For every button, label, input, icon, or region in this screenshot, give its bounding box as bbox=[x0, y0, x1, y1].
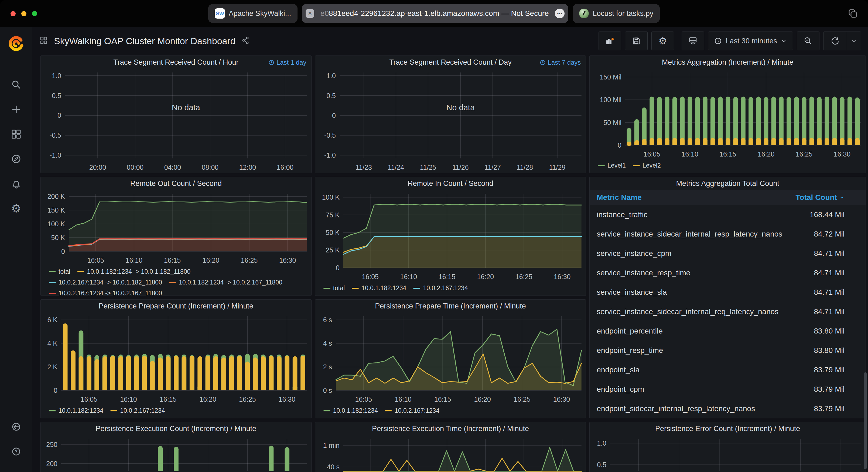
refresh-button[interactable] bbox=[823, 32, 847, 50]
save-dashboard-button[interactable] bbox=[625, 32, 648, 50]
legend-item[interactable]: 10.0.1.182:1234 bbox=[323, 407, 378, 414]
metric-name-cell: service_instance_sla bbox=[590, 288, 814, 297]
panel-title[interactable]: Remote Out Count / Second bbox=[130, 179, 222, 188]
sidebar-item-explore[interactable] bbox=[10, 153, 22, 165]
legend-item[interactable]: total bbox=[323, 284, 345, 292]
sidebar-item-signout[interactable] bbox=[10, 421, 22, 433]
chart-execution-count[interactable]: 250200 bbox=[41, 435, 311, 472]
chart-prepare-time[interactable]: 16:0516:1016:1516:2016:2516:300 s2 s4 s6… bbox=[315, 312, 586, 405]
total-count-sort-header[interactable]: Total Count bbox=[796, 193, 866, 202]
chart-error-count[interactable]: 1.00.5 bbox=[590, 435, 866, 472]
legend-label: 10.0.2.167:1234 bbox=[120, 407, 165, 414]
chart-execution-time[interactable]: 1 min40 s bbox=[315, 435, 586, 472]
legend-item[interactable]: 10.0.2.167:1234 -> 10.0.1.182_11800 bbox=[49, 279, 162, 286]
window-controls[interactable] bbox=[10, 11, 37, 16]
panel-title[interactable]: Metrics Aggregation Total Count bbox=[676, 179, 779, 188]
sidebar-item-configuration[interactable]: ⚙ bbox=[10, 203, 22, 214]
panel-title[interactable]: Metrics Aggregation (Increment) / Minute bbox=[662, 58, 794, 67]
svg-text:11/27: 11/27 bbox=[485, 164, 501, 171]
tab-overview-icon[interactable] bbox=[847, 8, 858, 21]
cycle-view-button[interactable] bbox=[682, 32, 704, 50]
sidebar-item-help[interactable]: ? bbox=[10, 446, 22, 458]
metric-name-cell: service_instance_resp_time bbox=[590, 269, 814, 277]
legend-item[interactable]: 10.0.2.167:1234 bbox=[385, 407, 439, 414]
legend-label: 10.0.2.167:1234 bbox=[395, 407, 439, 414]
panel-title[interactable]: Trace Segment Received Count / Day bbox=[389, 58, 512, 67]
panel-header: Persistence Prepare Time (Increment) / M… bbox=[315, 300, 586, 312]
zoom-out-button[interactable] bbox=[797, 32, 819, 50]
sidebar-item-alerting[interactable] bbox=[10, 178, 22, 190]
panel-header: Trace Segment Received Count / Hour Last… bbox=[41, 56, 311, 69]
svg-text:25 K: 25 K bbox=[326, 246, 340, 254]
share-icon[interactable] bbox=[241, 36, 249, 45]
chart-remote-in[interactable]: 16:0516:1016:1516:2016:2516:30025 K50 K7… bbox=[315, 190, 586, 282]
svg-text:16:05: 16:05 bbox=[355, 396, 372, 403]
chart-metrics-aggregation[interactable]: 16:0516:1016:1516:2016:2516:30050 Mil100… bbox=[590, 69, 866, 160]
legend-item[interactable]: 10.0.1.182:1234 bbox=[352, 284, 406, 292]
legend-item[interactable]: 10.0.2.167:1234 bbox=[110, 407, 165, 414]
clock-icon bbox=[714, 37, 722, 45]
legend-label: 10.0.2.167:1234 -> 10.0.2.167_11800 bbox=[59, 290, 162, 296]
panel-title[interactable]: Trace Segment Received Count / Hour bbox=[113, 58, 239, 67]
legend-item[interactable]: Level2 bbox=[633, 162, 661, 169]
chart-remote-out[interactable]: 16:0516:1016:1516:2016:2516:30050 K100 K… bbox=[41, 190, 311, 266]
table-row: endpoint_resp_time83.80 Mil bbox=[590, 341, 866, 360]
time-range-picker[interactable]: Last 30 minutes bbox=[708, 32, 793, 50]
panel-title[interactable]: Persistence Prepare Time (Increment) / M… bbox=[375, 302, 526, 310]
metric-name-column-header[interactable]: Metric Name bbox=[590, 193, 796, 202]
legend-item[interactable]: total bbox=[49, 268, 70, 275]
tab-more-icon[interactable]: ••• bbox=[555, 9, 564, 18]
table-row: endpoint_percentile83.80 Mil bbox=[590, 322, 866, 341]
svg-text:No data: No data bbox=[446, 103, 474, 112]
panel-title[interactable]: Remote In Count / Second bbox=[408, 179, 493, 188]
chart-legend: total10.0.1.182:1234 -> 10.0.1.182_11800… bbox=[41, 266, 311, 296]
tab-label: Apache SkyWalki... bbox=[229, 9, 291, 18]
minimize-window-button[interactable] bbox=[21, 11, 26, 16]
legend-item[interactable]: 10.0.1.182:1234 bbox=[49, 407, 103, 414]
legend-item[interactable]: 10.0.1.182:1234 -> 10.0.2.167_11800 bbox=[169, 279, 282, 286]
refresh-interval-dropdown[interactable] bbox=[847, 32, 861, 50]
page-scrollbar-thumb[interactable] bbox=[864, 372, 867, 469]
legend-item[interactable]: 10.0.2.167:1234 -> 10.0.2.167_11800 bbox=[49, 290, 162, 296]
panel-time-override-link[interactable]: Last 1 day bbox=[268, 59, 306, 66]
dashboard-settings-button[interactable]: ⚙ bbox=[651, 32, 674, 50]
sidebar-item-search[interactable] bbox=[10, 79, 22, 91]
legend-swatch bbox=[49, 410, 56, 411]
browser-tab-locust[interactable]: Locust for tasks.py bbox=[572, 4, 660, 23]
svg-text:50 Mil: 50 Mil bbox=[604, 119, 622, 126]
grafana-logo[interactable] bbox=[7, 34, 25, 53]
panel-title[interactable]: Persistence Prepare Count (Increment) / … bbox=[99, 302, 253, 310]
panel-title[interactable]: Persistence Execution Time (Increment) /… bbox=[372, 425, 529, 433]
legend-label: 10.0.1.182:1234 bbox=[333, 407, 378, 414]
chart-trace-day[interactable]: 11/2311/2411/2511/2611/2711/2811/291.00.… bbox=[315, 69, 586, 173]
svg-text:16:05: 16:05 bbox=[644, 150, 660, 158]
legend-item[interactable]: Level1 bbox=[598, 162, 626, 169]
svg-text:2 s: 2 s bbox=[323, 363, 332, 371]
add-panel-button[interactable] bbox=[598, 32, 621, 50]
chart-prepare-count[interactable]: 16:0516:1016:1516:2016:2516:3002 K4 K6 K bbox=[41, 312, 311, 405]
close-window-button[interactable] bbox=[10, 11, 16, 16]
panel-title[interactable]: Persistence Error Count (Increment) / Mi… bbox=[655, 425, 800, 433]
sidebar-item-dashboards[interactable] bbox=[10, 128, 22, 140]
svg-text:11/23: 11/23 bbox=[355, 164, 372, 171]
legend-item[interactable]: 10.0.1.182:1234 -> 10.0.1.182_11800 bbox=[77, 268, 190, 275]
zoom-window-button[interactable] bbox=[32, 11, 37, 16]
total-count-cell: 83.79 Mil bbox=[814, 366, 866, 374]
dashboard-grid-icon[interactable] bbox=[39, 36, 48, 46]
browser-tab-active[interactable]: ✕ e0881eed4-22961232.ap-east-1.elb.amazo… bbox=[302, 4, 568, 23]
panel-time-override-link[interactable]: Last 7 days bbox=[540, 59, 581, 66]
svg-text:16:20: 16:20 bbox=[477, 273, 494, 280]
legend-item[interactable]: 10.0.2.167:1234 bbox=[413, 284, 468, 292]
svg-text:04:00: 04:00 bbox=[164, 164, 181, 171]
browser-tab-skywalking[interactable]: Sw Apache SkyWalki... bbox=[208, 4, 298, 23]
legend-swatch bbox=[110, 410, 117, 411]
chart-trace-hour[interactable]: 20:0000:0004:0008:0012:0016:001.00.50-0.… bbox=[41, 69, 311, 173]
panel-remote-in: Remote In Count / Second 16:0516:1016:15… bbox=[315, 177, 586, 296]
svg-text:40 s: 40 s bbox=[327, 463, 339, 471]
page-title[interactable]: SkyWalking OAP Cluster Monitor Dashboard bbox=[54, 36, 236, 46]
close-tab-icon[interactable]: ✕ bbox=[306, 9, 314, 18]
svg-text:0 s: 0 s bbox=[323, 386, 332, 394]
svg-text:No data: No data bbox=[172, 103, 200, 112]
panel-title[interactable]: Persistence Execution Count (Increment) … bbox=[95, 425, 256, 433]
sidebar-item-create[interactable] bbox=[10, 103, 22, 115]
